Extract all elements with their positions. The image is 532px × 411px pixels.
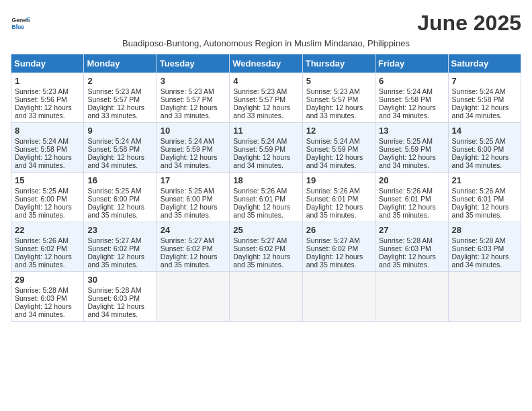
- sunrise-time: Sunrise: 5:24 AM: [15, 137, 69, 145]
- daylight-hours: Daylight: 12 hours and 35 minutes.: [233, 203, 290, 219]
- calendar-cell: 16Sunrise: 5:25 AMSunset: 6:00 PMDayligh…: [84, 173, 157, 222]
- day-number: 11: [233, 126, 298, 136]
- calendar-cell: 4Sunrise: 5:23 AMSunset: 5:57 PMDaylight…: [230, 73, 302, 123]
- logo: General Blue: [11, 14, 30, 33]
- page-subtitle: Buadiposo-Buntong, Autonomous Region in …: [11, 38, 521, 48]
- calendar-cell: 2Sunrise: 5:23 AMSunset: 5:57 PMDaylight…: [84, 73, 157, 123]
- daylight-hours: Daylight: 12 hours and 33 minutes.: [15, 103, 72, 120]
- day-number: 19: [306, 175, 371, 185]
- day-number: 20: [379, 175, 444, 185]
- header-thursday: Thursday: [302, 54, 375, 73]
- calendar-cell: 20Sunrise: 5:26 AMSunset: 6:01 PMDayligh…: [375, 173, 448, 222]
- sunset-time: Sunset: 5:57 PM: [87, 95, 140, 103]
- sunrise-time: Sunrise: 5:27 AM: [233, 236, 287, 244]
- sunset-time: Sunset: 5:56 PM: [15, 95, 67, 103]
- sunset-time: Sunset: 6:02 PM: [161, 244, 213, 253]
- daylight-hours: Daylight: 12 hours and 34 minutes.: [87, 153, 144, 169]
- daylight-hours: Daylight: 12 hours and 35 minutes.: [452, 203, 509, 219]
- day-number: 14: [452, 126, 517, 136]
- day-number: 10: [161, 126, 226, 136]
- daylight-hours: Daylight: 12 hours and 34 minutes.: [15, 302, 72, 318]
- sunrise-time: Sunrise: 5:26 AM: [452, 187, 506, 195]
- sunset-time: Sunset: 6:00 PM: [87, 195, 140, 203]
- calendar-cell: [375, 272, 448, 322]
- daylight-hours: Daylight: 12 hours and 34 minutes.: [15, 153, 72, 169]
- calendar-cell: 3Sunrise: 5:23 AMSunset: 5:57 PMDaylight…: [157, 73, 229, 123]
- calendar-table: Sunday Monday Tuesday Wednesday Thursday…: [11, 54, 521, 322]
- days-header-row: Sunday Monday Tuesday Wednesday Thursday…: [11, 54, 521, 73]
- sunrise-time: Sunrise: 5:23 AM: [161, 87, 214, 95]
- daylight-hours: Daylight: 12 hours and 33 minutes.: [233, 103, 290, 120]
- daylight-hours: Daylight: 12 hours and 35 minutes.: [15, 203, 72, 219]
- daylight-hours: Daylight: 12 hours and 35 minutes.: [87, 253, 144, 269]
- sunrise-time: Sunrise: 5:24 AM: [306, 137, 360, 145]
- sunset-time: Sunset: 5:59 PM: [233, 145, 285, 153]
- sunset-time: Sunset: 6:00 PM: [161, 195, 213, 203]
- sunset-time: Sunset: 6:03 PM: [87, 294, 140, 302]
- daylight-hours: Daylight: 12 hours and 33 minutes.: [306, 103, 363, 120]
- day-number: 24: [161, 225, 226, 235]
- svg-text:General: General: [12, 17, 30, 24]
- calendar-cell: 21Sunrise: 5:26 AMSunset: 6:01 PMDayligh…: [448, 173, 521, 222]
- sunrise-time: Sunrise: 5:28 AM: [87, 286, 141, 294]
- daylight-hours: Daylight: 12 hours and 34 minutes.: [87, 302, 144, 318]
- calendar-cell: 17Sunrise: 5:25 AMSunset: 6:00 PMDayligh…: [157, 173, 229, 222]
- daylight-hours: Daylight: 12 hours and 35 minutes.: [306, 203, 363, 219]
- sunrise-time: Sunrise: 5:27 AM: [161, 236, 214, 244]
- calendar-cell: 6Sunrise: 5:24 AMSunset: 5:58 PMDaylight…: [375, 73, 448, 123]
- day-number: 8: [15, 126, 80, 136]
- calendar-cell: 22Sunrise: 5:26 AMSunset: 6:02 PMDayligh…: [11, 222, 84, 272]
- day-number: 2: [87, 76, 152, 86]
- day-number: 28: [452, 225, 517, 235]
- sunset-time: Sunset: 5:58 PM: [452, 95, 504, 103]
- day-number: 17: [161, 175, 226, 185]
- calendar-week-row: 1Sunrise: 5:23 AMSunset: 5:56 PMDaylight…: [11, 73, 521, 123]
- daylight-hours: Daylight: 12 hours and 35 minutes.: [233, 253, 290, 269]
- day-number: 16: [87, 175, 152, 185]
- sunrise-time: Sunrise: 5:24 AM: [452, 87, 506, 95]
- calendar-week-row: 22Sunrise: 5:26 AMSunset: 6:02 PMDayligh…: [11, 222, 521, 272]
- sunrise-time: Sunrise: 5:25 AM: [161, 187, 214, 195]
- day-number: 1: [15, 76, 80, 86]
- sunrise-time: Sunrise: 5:24 AM: [87, 137, 141, 145]
- calendar-cell: 10Sunrise: 5:24 AMSunset: 5:59 PMDayligh…: [157, 123, 229, 173]
- day-number: 21: [452, 175, 517, 185]
- sunrise-time: Sunrise: 5:23 AM: [306, 87, 360, 95]
- sunrise-time: Sunrise: 5:28 AM: [379, 236, 433, 244]
- header-wednesday: Wednesday: [230, 54, 302, 73]
- sunset-time: Sunset: 6:02 PM: [15, 244, 67, 253]
- day-number: 5: [306, 76, 371, 86]
- sunset-time: Sunset: 6:01 PM: [306, 195, 359, 203]
- sunset-time: Sunset: 6:00 PM: [452, 145, 504, 153]
- sunset-time: Sunset: 5:59 PM: [161, 145, 213, 153]
- page-header: General Blue June 2025: [11, 11, 521, 36]
- sunset-time: Sunset: 6:02 PM: [87, 244, 140, 253]
- day-number: 13: [379, 126, 444, 136]
- sunrise-time: Sunrise: 5:23 AM: [15, 87, 69, 95]
- calendar-cell: 24Sunrise: 5:27 AMSunset: 6:02 PMDayligh…: [157, 222, 229, 272]
- calendar-cell: 19Sunrise: 5:26 AMSunset: 6:01 PMDayligh…: [302, 173, 375, 222]
- calendar-week-row: 29Sunrise: 5:28 AMSunset: 6:03 PMDayligh…: [11, 272, 521, 322]
- day-number: 3: [161, 76, 226, 86]
- daylight-hours: Daylight: 12 hours and 34 minutes.: [233, 153, 290, 169]
- daylight-hours: Daylight: 12 hours and 34 minutes.: [452, 253, 509, 269]
- calendar-cell: 13Sunrise: 5:25 AMSunset: 5:59 PMDayligh…: [375, 123, 448, 173]
- sunset-time: Sunset: 5:57 PM: [306, 95, 359, 103]
- header-friday: Friday: [375, 54, 448, 73]
- daylight-hours: Daylight: 12 hours and 35 minutes.: [87, 203, 144, 219]
- header-sunday: Sunday: [11, 54, 84, 73]
- calendar-cell: 28Sunrise: 5:28 AMSunset: 6:03 PMDayligh…: [448, 222, 521, 272]
- day-number: 15: [15, 175, 80, 185]
- sunrise-time: Sunrise: 5:23 AM: [87, 87, 141, 95]
- daylight-hours: Daylight: 12 hours and 34 minutes.: [306, 153, 363, 169]
- sunset-time: Sunset: 6:00 PM: [15, 195, 67, 203]
- day-number: 27: [379, 225, 444, 235]
- day-number: 25: [233, 225, 298, 235]
- daylight-hours: Daylight: 12 hours and 34 minutes.: [452, 103, 509, 120]
- sunset-time: Sunset: 5:59 PM: [379, 145, 431, 153]
- calendar-cell: 9Sunrise: 5:24 AMSunset: 5:58 PMDaylight…: [84, 123, 157, 173]
- sunrise-time: Sunrise: 5:27 AM: [306, 236, 360, 244]
- daylight-hours: Daylight: 12 hours and 34 minutes.: [379, 153, 436, 169]
- calendar-cell: 7Sunrise: 5:24 AMSunset: 5:58 PMDaylight…: [448, 73, 521, 123]
- sunrise-time: Sunrise: 5:26 AM: [233, 187, 287, 195]
